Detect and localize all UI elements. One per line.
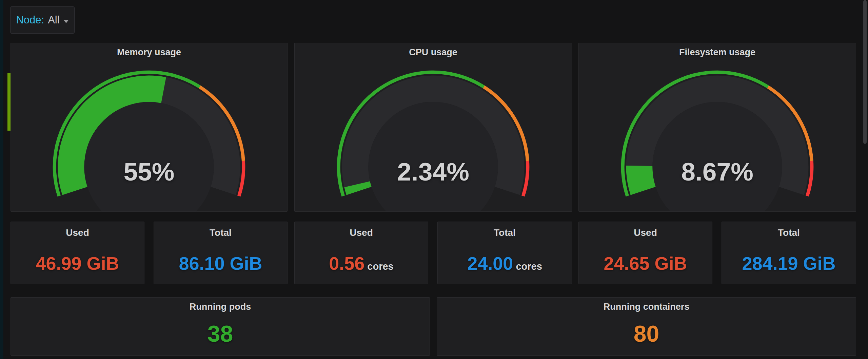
stat-label[interactable]: Used bbox=[11, 227, 144, 238]
stat-number: 24.65 GiB bbox=[604, 246, 687, 280]
stat-postfix: cores bbox=[367, 261, 393, 272]
panel-memory-usage: Memory usage 55% bbox=[11, 43, 288, 212]
chevron-down-icon bbox=[63, 20, 69, 23]
gauge-value: 8.67% bbox=[579, 153, 856, 190]
stat-value: 0.56 cores bbox=[295, 246, 428, 280]
stat-label[interactable]: Used bbox=[295, 227, 428, 238]
gauge-value: 55% bbox=[11, 153, 287, 190]
panel-filesystem-total: Total 284.19 GiB bbox=[722, 222, 856, 284]
panel-filesystem-used: Used 24.65 GiB bbox=[578, 222, 712, 284]
panel-filesystem-usage: Filesystem usage 8.67% bbox=[578, 43, 856, 212]
node-variable-dropdown[interactable]: Node: All bbox=[10, 6, 75, 34]
stat-number: 24.00 bbox=[467, 246, 513, 280]
panel-running-pods: Running pods 38 bbox=[11, 297, 430, 356]
stat-value: 46.99 GiB bbox=[11, 246, 144, 280]
node-variable-label: Node: bbox=[16, 14, 44, 26]
stat-label[interactable]: Total bbox=[722, 227, 856, 238]
panel-running-containers: Running containers 80 bbox=[437, 297, 856, 356]
panel-memory-used: Used 46.99 GiB bbox=[11, 222, 144, 284]
stat-value: 24.00 cores bbox=[438, 246, 572, 280]
gauge-value: 2.34% bbox=[295, 153, 572, 190]
stat-label[interactable]: Total bbox=[154, 227, 287, 238]
stat-label[interactable]: Total bbox=[438, 227, 572, 238]
dashboard-page: Node: All Memory usage 55% CPU usage 2.3… bbox=[0, 0, 868, 359]
counter-value: 38 bbox=[11, 316, 430, 351]
stat-label[interactable]: Used bbox=[579, 227, 712, 238]
stat-value: 284.19 GiB bbox=[722, 246, 856, 280]
panel-title[interactable]: Running containers bbox=[437, 302, 856, 312]
panel-title[interactable]: Running pods bbox=[11, 302, 430, 312]
node-variable-value: All bbox=[48, 14, 59, 26]
panel-cpu-total: Total 24.00 cores bbox=[437, 222, 572, 284]
sidebar-edge-rail bbox=[0, 0, 3, 359]
stat-number: 86.10 GiB bbox=[179, 246, 262, 280]
panel-cpu-used: Used 0.56 cores bbox=[294, 222, 428, 284]
stat-number: 0.56 bbox=[329, 246, 364, 280]
stat-value: 24.65 GiB bbox=[579, 246, 712, 280]
panel-cpu-usage: CPU usage 2.34% bbox=[294, 43, 572, 212]
stat-value: 86.10 GiB bbox=[154, 246, 287, 280]
scrollbar-thumb[interactable] bbox=[863, 0, 867, 144]
panel-memory-total: Total 86.10 GiB bbox=[154, 222, 288, 284]
stat-number: 284.19 GiB bbox=[742, 246, 835, 280]
counter-value: 80 bbox=[437, 316, 856, 351]
stat-postfix: cores bbox=[516, 261, 542, 272]
stat-number: 46.99 GiB bbox=[36, 246, 119, 280]
